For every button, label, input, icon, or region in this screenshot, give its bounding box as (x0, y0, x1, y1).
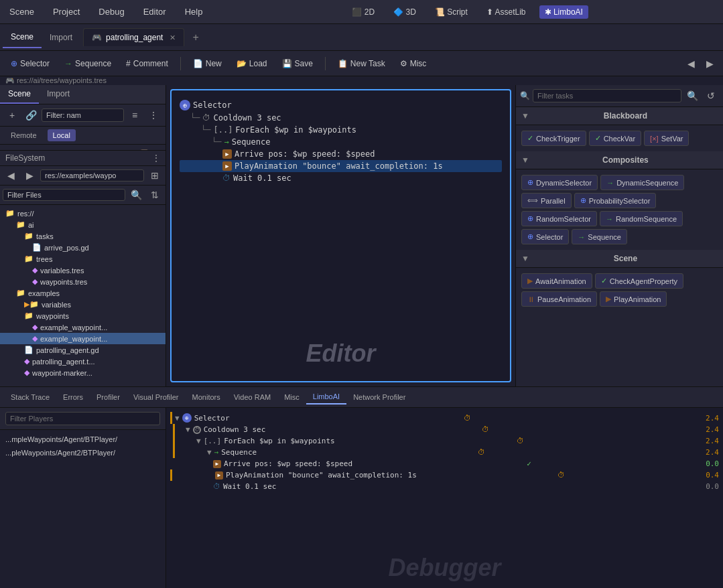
scene-filter-input[interactable]: Filter: nam (42, 108, 124, 122)
sequence-label: Sequence (75, 59, 111, 68)
comment-icon: # (126, 59, 131, 68)
scene-section-header[interactable]: ▼ Scene (516, 250, 723, 268)
task-setvar[interactable]: [×] SetVar (644, 131, 689, 146)
sequence-button[interactable]: → Sequence (59, 56, 117, 71)
task-selector[interactable]: ⊕ Selector (521, 229, 569, 244)
tab-import-panel[interactable]: Import (39, 85, 78, 104)
mode-script[interactable]: 📜 Script (430, 5, 473, 19)
arrive-value: 0.0 (706, 459, 719, 468)
new-task-button[interactable]: 📋 New Task (332, 56, 391, 71)
fs-path-input[interactable]: res://examples/waypo (40, 169, 144, 181)
fs-item-waypoints-tres[interactable]: ◆ waypoints.tres (0, 276, 166, 287)
fs-item-variables[interactable]: ▶📁 variables (0, 299, 166, 310)
tab-add-button[interactable]: + (188, 30, 202, 45)
task-pauseanim[interactable]: ⏸ PauseAnimation (521, 291, 597, 307)
fs-item-examples[interactable]: 📁 examples (0, 287, 166, 299)
filter-players-input[interactable] (5, 412, 160, 425)
fs-filter-search[interactable]: 🔍 (128, 187, 144, 203)
new-button[interactable]: 📄 New (188, 56, 227, 71)
task-sequence[interactable]: → Sequence (572, 229, 627, 244)
task-checkagent[interactable]: ✓ CheckAgentProperty (595, 273, 684, 289)
bottom-tab-networkprofiler[interactable]: Network Profiler (346, 390, 412, 404)
tab-patrolling-agent[interactable]: 🎮 patrolling_agent ✕ (83, 28, 184, 46)
load-button[interactable]: 📂 Load (231, 56, 273, 71)
tab-close-icon[interactable]: ✕ (170, 33, 176, 42)
bottom-tab-visualprofiler[interactable]: Visual Profiler (127, 390, 186, 404)
fs-item-example2[interactable]: ◆ example_waypoint... (0, 333, 166, 344)
nav-right-button[interactable]: ▶ (702, 56, 718, 72)
task-dynamicselector[interactable]: ⊕ DynamicSelector (521, 175, 598, 190)
fs-item-ai[interactable]: 📁 ai (0, 219, 166, 230)
fs-filter-input[interactable]: Filter Files (3, 189, 125, 201)
selector-button[interactable]: ⊕ Selector (5, 56, 55, 71)
mode-3d[interactable]: 🔷 3D (388, 5, 421, 19)
save-button[interactable]: 💾 Save (277, 56, 318, 71)
fs-back-button[interactable]: ◀ (3, 167, 19, 183)
link-button[interactable]: 🔗 (23, 107, 39, 123)
scene-options-button[interactable]: ⋮ (145, 107, 161, 123)
mode-2d[interactable]: ⬛ 2D (346, 5, 380, 19)
fs-item-patrolling-tres[interactable]: ◆ patrolling_agent.t... (0, 356, 166, 367)
selector-label: Selector (20, 59, 50, 68)
menu-debug[interactable]: Debug (94, 4, 128, 19)
remote-tab[interactable]: Remote (5, 129, 42, 141)
fs-item-trees[interactable]: 📁 trees (0, 253, 166, 265)
nav-left-button[interactable]: ◀ (683, 56, 699, 72)
menu-scene[interactable]: Scene (5, 4, 38, 19)
bottom-tab-errors[interactable]: Errors (56, 390, 90, 404)
add-node-button[interactable]: + (4, 107, 20, 123)
task-parallel[interactable]: ⟺ Parallel (521, 193, 572, 208)
task-probabilityselector[interactable]: ⊕ ProbabilitySelector (574, 193, 657, 208)
task-awaitanim[interactable]: ▶ AwaitAnimation (521, 273, 592, 289)
bottom-tab-monitors[interactable]: Monitors (186, 390, 227, 404)
fs-options[interactable]: ⋮ (152, 153, 160, 163)
fs-item-arrive[interactable]: 📄 arrive_pos.gd (0, 242, 166, 253)
player-item-1[interactable]: ...mpleWaypoints/Agent/BTPlayer/ (0, 433, 166, 446)
pauseanim-label: PauseAnimation (537, 295, 591, 303)
tab-scene-panel[interactable]: Scene (0, 85, 39, 104)
task-checktrigger[interactable]: ✓ CheckTrigger (521, 131, 586, 146)
menu-editor[interactable]: Editor (139, 4, 170, 19)
fs-item-waypoints[interactable]: 📁 waypoints (0, 310, 166, 321)
fs-forward-button[interactable]: ▶ (21, 167, 38, 183)
seq-icon-d: → (214, 448, 219, 457)
composites-section-header[interactable]: ▼ Composites (516, 151, 723, 169)
search-button[interactable]: 🔍 (684, 88, 700, 104)
bottom-tab-videoram[interactable]: Video RAM (227, 390, 277, 404)
tasks-filter-input[interactable] (533, 89, 681, 102)
bottom-tab-profiler[interactable]: Profiler (90, 390, 127, 404)
connector: └─ (201, 125, 210, 135)
dynseq-label: DynamicSequence (616, 179, 678, 187)
tab-import[interactable]: Import (42, 27, 80, 48)
playanim-icon: ▶ (222, 161, 232, 171)
menu-help[interactable]: Help (181, 4, 207, 19)
fs-item-example1[interactable]: ◆ example_waypoint... (0, 321, 166, 333)
checkvar-label: CheckVar (604, 135, 635, 143)
fs-item-waypoint-marker[interactable]: ◆ waypoint-marker... (0, 367, 166, 378)
mode-assetlib[interactable]: ⬆ AssetLib (481, 5, 531, 19)
fs-item-variables-tres[interactable]: ◆ variables.tres (0, 265, 166, 276)
task-checkvar[interactable]: ✓ CheckVar (589, 131, 641, 146)
misc-button[interactable]: ⚙ Misc (395, 56, 432, 71)
fs-item-patrolling-gd[interactable]: 📄 patrolling_agent.gd (0, 344, 166, 356)
fs-sort-button[interactable]: ⇅ (147, 187, 163, 203)
comment-button[interactable]: # Comment (121, 56, 174, 71)
fs-item-tasks[interactable]: 📁 tasks (0, 230, 166, 242)
task-dynamicsequence[interactable]: → DynamicSequence (600, 175, 684, 190)
bottom-tab-misc[interactable]: Misc (277, 390, 306, 404)
task-playanim[interactable]: ▶ PlayAnimation (600, 291, 667, 307)
mode-limboai[interactable]: ✱ LimboAI (539, 5, 588, 19)
tab-scene[interactable]: Scene (3, 27, 42, 48)
local-tab[interactable]: Local (48, 129, 76, 141)
task-randomsequence[interactable]: → RandomSequence (600, 211, 683, 226)
bottom-tab-limboai[interactable]: LimboAI (306, 390, 346, 405)
task-randomselector[interactable]: ⊕ RandomSelector (521, 211, 597, 226)
blackboard-section-header[interactable]: ▼ Blackboard (516, 107, 723, 125)
menu-project[interactable]: Project (49, 4, 84, 19)
bottom-tab-stacktrace[interactable]: Stack Trace (4, 390, 56, 404)
player-item-2[interactable]: ...pleWaypoints/Agent2/BTPlayer/ (0, 446, 166, 459)
refresh-button[interactable]: ↺ (703, 88, 719, 104)
fs-view-button[interactable]: ⊞ (147, 167, 163, 183)
fs-item-res[interactable]: 📁 res:// (0, 208, 166, 219)
filter-options-button[interactable]: ≡ (127, 107, 143, 123)
